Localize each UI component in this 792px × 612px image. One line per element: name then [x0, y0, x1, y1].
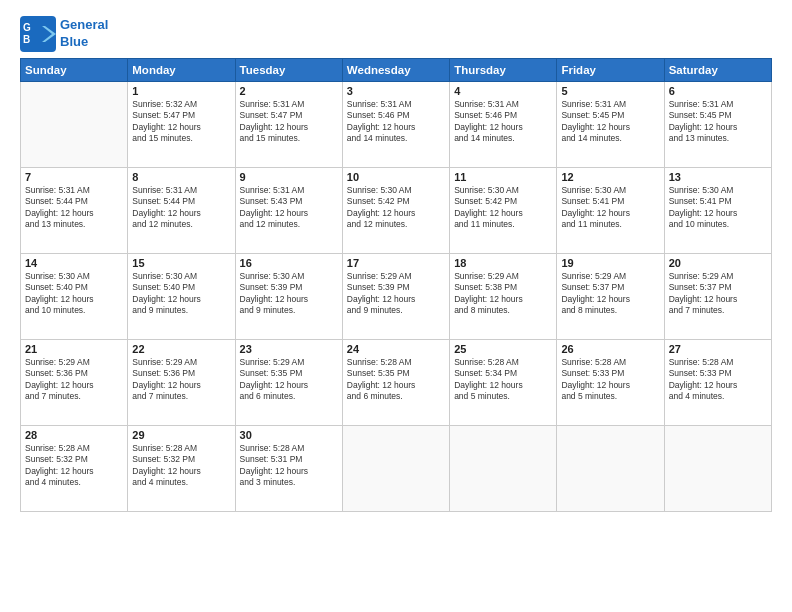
day-number: 19 — [561, 257, 659, 269]
day-cell — [664, 426, 771, 512]
day-cell: 24Sunrise: 5:28 AM Sunset: 5:35 PM Dayli… — [342, 340, 449, 426]
day-number: 21 — [25, 343, 123, 355]
day-cell: 30Sunrise: 5:28 AM Sunset: 5:31 PM Dayli… — [235, 426, 342, 512]
day-info: Sunrise: 5:31 AM Sunset: 5:45 PM Dayligh… — [669, 99, 767, 145]
day-info: Sunrise: 5:31 AM Sunset: 5:44 PM Dayligh… — [25, 185, 123, 231]
day-cell: 16Sunrise: 5:30 AM Sunset: 5:39 PM Dayli… — [235, 254, 342, 340]
day-number: 12 — [561, 171, 659, 183]
day-number: 29 — [132, 429, 230, 441]
week-row-4: 21Sunrise: 5:29 AM Sunset: 5:36 PM Dayli… — [21, 340, 772, 426]
day-cell: 26Sunrise: 5:28 AM Sunset: 5:33 PM Dayli… — [557, 340, 664, 426]
day-number: 13 — [669, 171, 767, 183]
day-number: 3 — [347, 85, 445, 97]
day-info: Sunrise: 5:31 AM Sunset: 5:46 PM Dayligh… — [454, 99, 552, 145]
header-cell-friday: Friday — [557, 59, 664, 82]
day-cell: 4Sunrise: 5:31 AM Sunset: 5:46 PM Daylig… — [450, 82, 557, 168]
day-cell: 29Sunrise: 5:28 AM Sunset: 5:32 PM Dayli… — [128, 426, 235, 512]
day-info: Sunrise: 5:28 AM Sunset: 5:31 PM Dayligh… — [240, 443, 338, 489]
header-cell-sunday: Sunday — [21, 59, 128, 82]
day-number: 2 — [240, 85, 338, 97]
logo-text-blue: Blue — [60, 34, 108, 51]
day-info: Sunrise: 5:29 AM Sunset: 5:35 PM Dayligh… — [240, 357, 338, 403]
logo: GBGeneralBlue — [20, 16, 108, 52]
day-info: Sunrise: 5:28 AM Sunset: 5:34 PM Dayligh… — [454, 357, 552, 403]
week-row-2: 7Sunrise: 5:31 AM Sunset: 5:44 PM Daylig… — [21, 168, 772, 254]
day-number: 25 — [454, 343, 552, 355]
day-number: 9 — [240, 171, 338, 183]
day-info: Sunrise: 5:28 AM Sunset: 5:35 PM Dayligh… — [347, 357, 445, 403]
header-cell-thursday: Thursday — [450, 59, 557, 82]
logo-text-general: General — [60, 17, 108, 34]
day-cell: 12Sunrise: 5:30 AM Sunset: 5:41 PM Dayli… — [557, 168, 664, 254]
day-cell — [21, 82, 128, 168]
day-cell: 22Sunrise: 5:29 AM Sunset: 5:36 PM Dayli… — [128, 340, 235, 426]
day-cell: 15Sunrise: 5:30 AM Sunset: 5:40 PM Dayli… — [128, 254, 235, 340]
day-cell — [557, 426, 664, 512]
day-info: Sunrise: 5:30 AM Sunset: 5:41 PM Dayligh… — [561, 185, 659, 231]
day-cell: 17Sunrise: 5:29 AM Sunset: 5:39 PM Dayli… — [342, 254, 449, 340]
day-info: Sunrise: 5:29 AM Sunset: 5:36 PM Dayligh… — [132, 357, 230, 403]
day-cell: 7Sunrise: 5:31 AM Sunset: 5:44 PM Daylig… — [21, 168, 128, 254]
day-cell: 11Sunrise: 5:30 AM Sunset: 5:42 PM Dayli… — [450, 168, 557, 254]
day-info: Sunrise: 5:29 AM Sunset: 5:37 PM Dayligh… — [561, 271, 659, 317]
day-cell: 13Sunrise: 5:30 AM Sunset: 5:41 PM Dayli… — [664, 168, 771, 254]
day-info: Sunrise: 5:31 AM Sunset: 5:44 PM Dayligh… — [132, 185, 230, 231]
day-number: 5 — [561, 85, 659, 97]
day-number: 24 — [347, 343, 445, 355]
svg-text:B: B — [23, 34, 30, 45]
day-number: 27 — [669, 343, 767, 355]
day-number: 30 — [240, 429, 338, 441]
day-number: 10 — [347, 171, 445, 183]
header-row: SundayMondayTuesdayWednesdayThursdayFrid… — [21, 59, 772, 82]
day-cell: 1Sunrise: 5:32 AM Sunset: 5:47 PM Daylig… — [128, 82, 235, 168]
day-number: 1 — [132, 85, 230, 97]
day-number: 23 — [240, 343, 338, 355]
day-info: Sunrise: 5:29 AM Sunset: 5:37 PM Dayligh… — [669, 271, 767, 317]
day-info: Sunrise: 5:28 AM Sunset: 5:33 PM Dayligh… — [669, 357, 767, 403]
general-blue-logo: GB — [20, 16, 56, 52]
header-cell-tuesday: Tuesday — [235, 59, 342, 82]
day-number: 6 — [669, 85, 767, 97]
day-info: Sunrise: 5:30 AM Sunset: 5:42 PM Dayligh… — [347, 185, 445, 231]
day-number: 14 — [25, 257, 123, 269]
day-info: Sunrise: 5:30 AM Sunset: 5:40 PM Dayligh… — [132, 271, 230, 317]
day-cell — [342, 426, 449, 512]
day-info: Sunrise: 5:29 AM Sunset: 5:39 PM Dayligh… — [347, 271, 445, 317]
day-info: Sunrise: 5:31 AM Sunset: 5:43 PM Dayligh… — [240, 185, 338, 231]
day-number: 28 — [25, 429, 123, 441]
day-number: 7 — [25, 171, 123, 183]
svg-text:G: G — [23, 22, 31, 33]
day-cell: 21Sunrise: 5:29 AM Sunset: 5:36 PM Dayli… — [21, 340, 128, 426]
day-info: Sunrise: 5:32 AM Sunset: 5:47 PM Dayligh… — [132, 99, 230, 145]
header-cell-monday: Monday — [128, 59, 235, 82]
day-info: Sunrise: 5:31 AM Sunset: 5:46 PM Dayligh… — [347, 99, 445, 145]
day-info: Sunrise: 5:29 AM Sunset: 5:36 PM Dayligh… — [25, 357, 123, 403]
day-info: Sunrise: 5:31 AM Sunset: 5:47 PM Dayligh… — [240, 99, 338, 145]
day-number: 8 — [132, 171, 230, 183]
header-cell-saturday: Saturday — [664, 59, 771, 82]
day-cell: 5Sunrise: 5:31 AM Sunset: 5:45 PM Daylig… — [557, 82, 664, 168]
day-info: Sunrise: 5:28 AM Sunset: 5:33 PM Dayligh… — [561, 357, 659, 403]
week-row-3: 14Sunrise: 5:30 AM Sunset: 5:40 PM Dayli… — [21, 254, 772, 340]
day-cell: 23Sunrise: 5:29 AM Sunset: 5:35 PM Dayli… — [235, 340, 342, 426]
week-row-5: 28Sunrise: 5:28 AM Sunset: 5:32 PM Dayli… — [21, 426, 772, 512]
day-number: 26 — [561, 343, 659, 355]
day-cell: 20Sunrise: 5:29 AM Sunset: 5:37 PM Dayli… — [664, 254, 771, 340]
day-cell: 8Sunrise: 5:31 AM Sunset: 5:44 PM Daylig… — [128, 168, 235, 254]
day-cell: 25Sunrise: 5:28 AM Sunset: 5:34 PM Dayli… — [450, 340, 557, 426]
day-info: Sunrise: 5:28 AM Sunset: 5:32 PM Dayligh… — [25, 443, 123, 489]
day-cell: 27Sunrise: 5:28 AM Sunset: 5:33 PM Dayli… — [664, 340, 771, 426]
day-number: 18 — [454, 257, 552, 269]
header: GBGeneralBlue — [20, 16, 772, 52]
day-cell: 9Sunrise: 5:31 AM Sunset: 5:43 PM Daylig… — [235, 168, 342, 254]
calendar-header: SundayMondayTuesdayWednesdayThursdayFrid… — [21, 59, 772, 82]
day-number: 15 — [132, 257, 230, 269]
day-number: 20 — [669, 257, 767, 269]
header-cell-wednesday: Wednesday — [342, 59, 449, 82]
day-number: 17 — [347, 257, 445, 269]
calendar-body: 1Sunrise: 5:32 AM Sunset: 5:47 PM Daylig… — [21, 82, 772, 512]
week-row-1: 1Sunrise: 5:32 AM Sunset: 5:47 PM Daylig… — [21, 82, 772, 168]
day-cell: 28Sunrise: 5:28 AM Sunset: 5:32 PM Dayli… — [21, 426, 128, 512]
day-number: 22 — [132, 343, 230, 355]
day-info: Sunrise: 5:31 AM Sunset: 5:45 PM Dayligh… — [561, 99, 659, 145]
